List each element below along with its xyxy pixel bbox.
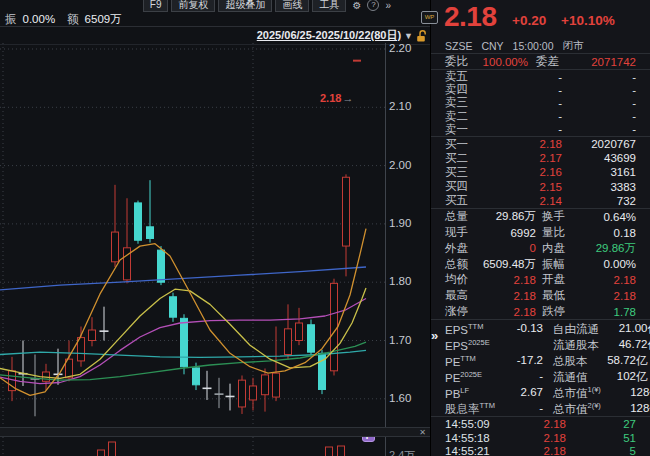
stat-strip: 振 0.00% 额 6509万 bbox=[0, 12, 430, 26]
y-tick-label: 1.70 bbox=[389, 334, 411, 346]
candlestick-chart[interactable]: 2.202.102.001.901.801.701.60 2.18→ F bbox=[0, 43, 430, 427]
quote-panel: » 2.18 +0.20 +10.10% SZSE CNY 15:00:00 闭… bbox=[430, 0, 650, 456]
pane-splitter[interactable]: ✕ bbox=[0, 427, 430, 437]
exchange-label: SZSE bbox=[445, 40, 472, 52]
sell-row[interactable]: 卖五-- bbox=[431, 70, 650, 83]
fin-row: EPS2025E流通股本46.72亿 bbox=[431, 336, 650, 352]
sell-row[interactable]: 卖三-- bbox=[431, 96, 650, 109]
y-tick-label: 1.90 bbox=[389, 217, 411, 229]
y-tick-label: 2.20 bbox=[389, 42, 411, 54]
candlestick-layer bbox=[9, 61, 362, 417]
y-tick-label: 1.60 bbox=[389, 392, 411, 404]
fin-row: 股息率TTM-总市值2(¥)128亿 bbox=[431, 400, 650, 416]
chart-toolbar: F9 前复权 超级叠加 画线 工具 ⚙ ? » bbox=[0, 0, 430, 12]
stats-row: 总额6509.48万振幅0.00% bbox=[431, 256, 650, 272]
fundamentals-grid: EPSTTM-0.13自由流通21.00亿 EPS2025E流通股本46.72亿… bbox=[431, 320, 650, 417]
amount-value: 6509万 bbox=[85, 12, 122, 27]
amplitude-value: 0.00% bbox=[23, 13, 56, 25]
fin-row: PBLF2.67总市值1(¥)128亿 bbox=[431, 384, 650, 400]
chevron-down-icon[interactable]: ▼ bbox=[404, 31, 413, 41]
buy-queue: 买一2.182020767 买二2.1743699 买三2.163161 买四2… bbox=[431, 137, 650, 209]
unlock-icon[interactable] bbox=[416, 29, 428, 43]
weicha-label: 委差 bbox=[536, 54, 570, 69]
super-overlay-button[interactable]: 超级叠加 bbox=[218, 0, 272, 12]
stats-row: 最高2.18最低2.18 bbox=[431, 288, 650, 304]
fin-row: EPSTTM-0.13自由流通21.00亿 bbox=[431, 320, 650, 336]
weibi-value: 100.00% bbox=[479, 56, 528, 68]
last-price-tag: 2.18→ bbox=[320, 92, 353, 104]
date-range-selector[interactable]: 2025/06/25-2025/10/22(80日) bbox=[257, 28, 401, 43]
price-change: +0.20 bbox=[512, 13, 546, 28]
arrow-right-icon: → bbox=[342, 92, 353, 104]
volume-axis-label: 2.4万 bbox=[389, 448, 415, 456]
y-tick-label: 2.10 bbox=[389, 100, 411, 112]
buy-row[interactable]: 买二2.1743699 bbox=[431, 151, 650, 165]
currency-label: CNY bbox=[481, 40, 503, 52]
buy-row[interactable]: 买一2.182020767 bbox=[431, 137, 650, 151]
volume-axis-line bbox=[385, 437, 386, 456]
price-header: 2.18 +0.20 +10.10% bbox=[431, 0, 650, 38]
stats-row: 外盘0内盘29.86万 bbox=[431, 240, 650, 256]
sell-queue: 卖五-- 卖四-- 卖三-- 卖二-- 卖一-- bbox=[431, 70, 650, 137]
weibi-row: 委比 100.00% 委差 2071742 bbox=[431, 54, 650, 70]
y-tick-label: 2.00 bbox=[389, 159, 411, 171]
y-axis-line bbox=[385, 43, 386, 427]
stats-row: 现手6992量比0.18 bbox=[431, 225, 650, 241]
buy-row[interactable]: 买五2.14732 bbox=[431, 194, 650, 208]
quote-time: 15:00:00 bbox=[513, 40, 554, 52]
fin-row: PETTM-17.2总股本58.72亿 bbox=[431, 352, 650, 368]
tick-row: 14:55:182.1851 bbox=[431, 431, 650, 445]
sell-row[interactable]: 卖四-- bbox=[431, 83, 650, 96]
ma-lines bbox=[0, 229, 366, 396]
y-tick-label: 1.80 bbox=[389, 275, 411, 287]
buy-row[interactable]: 买三2.163161 bbox=[431, 165, 650, 179]
volume-plot bbox=[0, 437, 385, 456]
weibi-label: 委比 bbox=[445, 54, 479, 69]
market-status-row: SZSE CNY 15:00:00 闭市 bbox=[431, 38, 650, 54]
buy-row[interactable]: 买四2.153383 bbox=[431, 180, 650, 194]
close-icon[interactable]: ✕ bbox=[419, 428, 426, 437]
last-price: 2.18 bbox=[444, 1, 497, 33]
sell-row[interactable]: 卖一-- bbox=[431, 123, 650, 136]
tick-row: 14:55:212.185 bbox=[431, 444, 650, 456]
sell-row[interactable]: 卖二-- bbox=[431, 110, 650, 123]
stats-grid: 总量29.86万换手0.64% 现手6992量比0.18 外盘0内盘29.86万… bbox=[431, 209, 650, 321]
amplitude-label: 振 bbox=[5, 12, 17, 27]
f9-button[interactable]: F9 bbox=[143, 0, 169, 12]
stats-row: 总量29.86万换手0.64% bbox=[431, 209, 650, 225]
weicha-value: 2071742 bbox=[570, 56, 636, 68]
price-change-pct: +10.10% bbox=[561, 13, 615, 28]
market-status: 闭市 bbox=[562, 39, 583, 53]
forward-adjust-button[interactable]: 前复权 bbox=[171, 0, 215, 12]
more-icon[interactable]: » bbox=[382, 0, 394, 12]
chart-pane: F9 前复权 超级叠加 画线 工具 ⚙ ? » 振 0.00% 额 6509万 … bbox=[0, 0, 430, 456]
ma-orange bbox=[0, 229, 366, 396]
help-icon[interactable]: ? bbox=[367, 0, 379, 11]
tools-button[interactable]: 工具 bbox=[312, 0, 346, 12]
fin-row: PE2025E-流通值102亿 bbox=[431, 368, 650, 384]
tick-list[interactable]: 14:55:092.1827 14:55:182.1851 14:55:212.… bbox=[431, 417, 650, 456]
expand-panel-icon[interactable]: » bbox=[431, 328, 438, 343]
volume-panel[interactable]: 2.4万 bbox=[0, 437, 430, 456]
gear-icon[interactable]: ⚙ bbox=[349, 0, 364, 12]
stats-row: 涨停2.18跌停1.78 bbox=[431, 304, 650, 320]
stats-row: 均价2.18开盘2.18 bbox=[431, 272, 650, 288]
draw-line-button[interactable]: 画线 bbox=[275, 0, 309, 12]
tick-row: 14:55:092.1827 bbox=[431, 417, 650, 431]
ma-blue bbox=[0, 267, 366, 290]
amount-label: 额 bbox=[67, 12, 79, 27]
monitor-icon: WP bbox=[421, 11, 438, 24]
